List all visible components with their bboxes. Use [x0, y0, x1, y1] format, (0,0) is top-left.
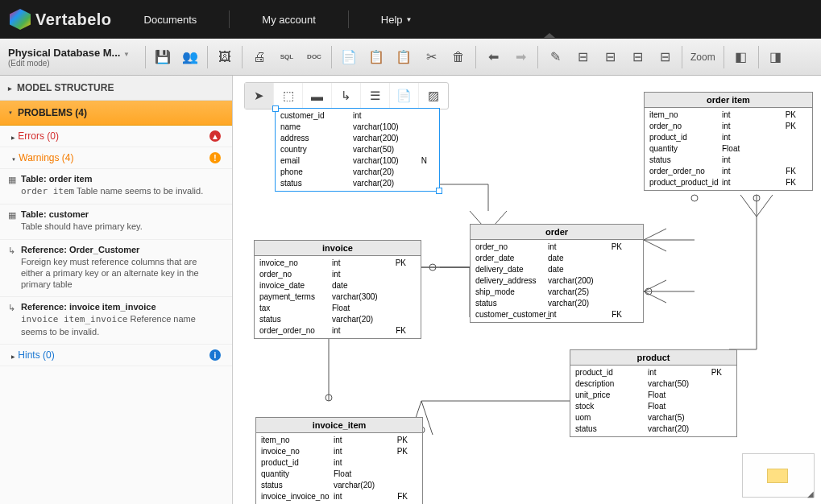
align-left-icon[interactable]: ⊟: [570, 45, 595, 69]
column-row: item_nointPK: [649, 109, 807, 121]
column-row: delivery_addressvarchar(200): [475, 275, 638, 287]
canvas[interactable]: ➤ ⬚ ▬ ↳ ☰ 📄 ▨: [233, 76, 821, 504]
warning-badge-icon: !: [209, 152, 221, 163]
panel-warnings[interactable]: ▼ Warnings (4) !: [0, 147, 232, 169]
zoom-label[interactable]: Zoom: [687, 52, 719, 63]
doc-title[interactable]: Physical Database M... ▼ (Edit mode): [5, 47, 140, 68]
logo[interactable]: Vertabelo: [10, 9, 112, 30]
svg-point-10: [325, 395, 332, 401]
panel-model-structure[interactable]: ▶ MODEL STRUCTURE: [0, 76, 232, 101]
issue-item[interactable]: ↳ Reference: invoice item_invoice invoic…: [0, 297, 232, 345]
column-row: stockFloat: [575, 401, 732, 412]
view-tool-icon[interactable]: ☰: [361, 83, 390, 109]
reference-tool-icon[interactable]: ↳: [332, 83, 361, 109]
column-row: product_product_idintFK: [649, 177, 807, 188]
column-row: invoice_datedate: [259, 280, 416, 291]
share-icon[interactable]: 👥: [178, 45, 202, 69]
redo-icon[interactable]: ➡: [508, 45, 533, 69]
column-row: invoice_nointPK: [261, 446, 417, 457]
cut-icon[interactable]: ✂: [419, 45, 443, 69]
logo-icon: [10, 9, 31, 30]
column-row: quantityFloat: [261, 469, 417, 480]
column-row: product_idint: [261, 457, 417, 469]
delete-icon[interactable]: 🗑: [446, 45, 471, 69]
error-badge-icon: ▲: [209, 130, 221, 142]
clipboard-icon[interactable]: 📋: [392, 45, 416, 69]
sql-icon[interactable]: SQL: [275, 45, 299, 69]
panel-hints[interactable]: ▶ Hints (0) i: [0, 345, 232, 366]
svg-line-29: [421, 401, 433, 435]
column-row: unit_priceFloat: [575, 390, 732, 401]
column-row: order_noint: [259, 269, 416, 280]
save-icon[interactable]: 💾: [151, 45, 175, 69]
print-icon[interactable]: 🖨: [247, 45, 272, 69]
expand-icon: ▶: [11, 354, 15, 359]
nav-my-account[interactable]: My account: [262, 10, 315, 29]
edit-icon[interactable]: ✎: [543, 45, 567, 69]
column-row: statusvarchar(20): [261, 480, 417, 491]
column-row: order_nointPK: [649, 121, 807, 132]
entity-invoice-item[interactable]: invoice_item item_nointPKinvoice_nointPK…: [255, 417, 423, 504]
column-row: customer_customer_intFK: [475, 309, 638, 320]
svg-line-21: [644, 280, 666, 291]
nav-documents[interactable]: Documents: [144, 10, 197, 29]
topbar: Vertabelo Documents My account Help▼: [0, 0, 821, 39]
panel-left-icon[interactable]: ◧: [729, 45, 753, 69]
expand-icon: ▶: [8, 85, 12, 91]
paste-icon[interactable]: 📋: [364, 45, 388, 69]
issue-item[interactable]: ▦ Table: customer Table should have prim…: [0, 204, 232, 239]
collapse-icon: ▼: [8, 110, 13, 115]
nav-help[interactable]: Help▼: [381, 10, 413, 29]
toolbar: Physical Database M... ▼ (Edit mode) 💾 👥…: [0, 39, 821, 76]
column-row: order_nointPK: [475, 242, 638, 253]
undo-icon[interactable]: ⬅: [481, 45, 505, 69]
column-row: quantityFloat: [649, 143, 807, 155]
column-row: product_idint: [649, 132, 807, 143]
svg-point-19: [691, 195, 698, 201]
table-tool-icon[interactable]: ▬: [303, 83, 332, 109]
entity-invoice[interactable]: invoice invoice_nointPKorder_nointinvoic…: [254, 240, 421, 339]
expand-icon: ▶: [11, 135, 15, 140]
column-row: phonevarchar(20): [280, 167, 434, 178]
entity-customer[interactable]: customer_idintnamevarchar(100)addressvar…: [275, 108, 440, 192]
entity-order[interactable]: order order_nointPKorder_datedatedeliver…: [470, 224, 644, 323]
note-tool-icon[interactable]: 📄: [390, 83, 419, 109]
entity-order-item[interactable]: order item item_nointPKorder_nointPKprod…: [644, 92, 813, 191]
column-row: invoice_invoice_nointFK: [261, 491, 417, 502]
panel-right-icon[interactable]: ◨: [764, 45, 788, 69]
column-row: order_order_nointFK: [649, 166, 807, 177]
issue-item[interactable]: ↳ Reference: Order_Customer Foreign key …: [0, 240, 232, 298]
column-row: item_nointPK: [261, 435, 417, 446]
area-tool-icon[interactable]: ▨: [419, 83, 448, 109]
svg-line-35: [757, 195, 773, 217]
column-row: delivery_datedate: [475, 264, 638, 275]
pointer-tool-icon[interactable]: ➤: [245, 83, 274, 109]
column-row: statusvarchar(20): [280, 178, 434, 189]
column-row: customer_idint: [280, 110, 434, 122]
issue-item[interactable]: ▦ Table: order item order item Table nam…: [0, 169, 232, 204]
chevron-down-icon: ▼: [406, 16, 413, 23]
column-row: emailvarchar(100)N: [280, 155, 434, 167]
table-icon: ▦: [8, 175, 16, 185]
column-row: statusint: [649, 155, 807, 166]
panel-problems[interactable]: ▼ PROBLEMS (4): [0, 101, 232, 126]
distribute-icon[interactable]: ⊟: [653, 45, 677, 69]
align-center-icon[interactable]: ⊟: [598, 45, 622, 69]
column-row: order_datedate: [475, 253, 638, 264]
image-icon[interactable]: 🖼: [213, 45, 237, 69]
column-row: statusvarchar(20): [259, 314, 416, 325]
nav-sep: [229, 10, 230, 28]
align-right-icon[interactable]: ⊟: [625, 45, 649, 69]
panel-errors[interactable]: ▶ Errors (0) ▲: [0, 126, 232, 147]
minimap[interactable]: ◢: [742, 453, 815, 498]
entity-product[interactable]: product product_idintPKdescriptionvarcha…: [570, 349, 737, 437]
chevron-down-icon: ▼: [123, 51, 130, 58]
svg-line-15: [644, 240, 666, 251]
resize-handle-icon[interactable]: ◢: [807, 490, 814, 498]
doc-icon[interactable]: DOC: [302, 45, 326, 69]
svg-point-5: [429, 264, 436, 271]
copy-icon[interactable]: 📄: [337, 45, 361, 69]
svg-point-33: [753, 195, 760, 201]
reference-icon: ↳: [8, 246, 15, 256]
logo-text: Vertabelo: [35, 10, 112, 29]
